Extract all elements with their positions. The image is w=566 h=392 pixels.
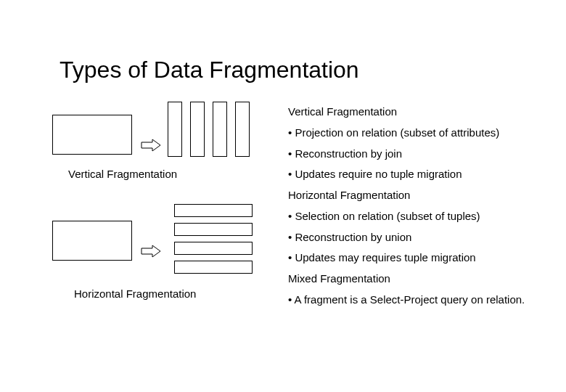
mixed-heading: Mixed Fragmentation [288,272,535,286]
vertical-diagram-label: Vertical Fragmentation [68,168,177,180]
vertical-source-box [52,115,132,155]
vertical-bullet: • Updates require no tuple migration [288,168,535,181]
content-column: Vertical Fragmentation • Projection on r… [288,105,535,314]
vertical-fragment-box [213,102,227,157]
horizontal-fragment-box [174,204,253,217]
arrow-right-icon [141,244,161,258]
horizontal-diagram-label: Horizontal Fragmentation [74,287,196,300]
horizontal-bullet: • Selection on relation (subset of tuple… [288,210,535,224]
vertical-fragment-box [190,102,205,157]
horizontal-heading: Horizontal Fragmentation [288,189,535,203]
vertical-fragment-box [168,102,182,157]
vertical-bullet: • Reconstruction by join [288,147,535,161]
mixed-bullet: • A fragment is a Select-Project query o… [288,293,535,307]
arrow-right-icon [141,138,161,152]
horizontal-fragment-box [174,242,253,255]
horizontal-fragment-box [174,223,253,236]
vertical-fragment-box [235,102,250,157]
page-title: Types of Data Fragmentation [60,57,359,83]
horizontal-source-box [52,221,132,261]
vertical-heading: Vertical Fragmentation [288,105,535,119]
horizontal-bullet: • Reconstruction by union [288,231,535,245]
vertical-bullet: • Projection on relation (subset of attr… [288,126,535,140]
horizontal-fragment-box [174,261,253,274]
horizontal-bullet: • Updates may requires tuple migration [288,251,535,265]
